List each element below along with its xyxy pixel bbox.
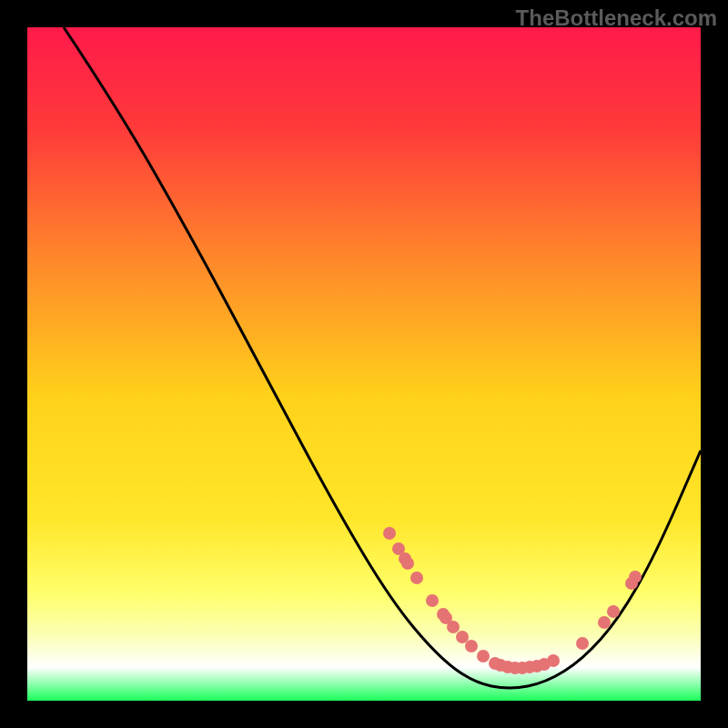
data-marker bbox=[383, 527, 396, 540]
data-marker bbox=[629, 571, 642, 583]
plot-area bbox=[27, 27, 701, 701]
data-marker bbox=[456, 631, 469, 643]
watermark-text: TheBottleneck.com bbox=[516, 5, 717, 31]
data-marker bbox=[477, 650, 490, 662]
data-marker bbox=[465, 640, 478, 652]
data-marker bbox=[410, 571, 423, 584]
chart-svg bbox=[27, 27, 701, 701]
data-marker bbox=[426, 594, 439, 607]
data-marker bbox=[607, 605, 620, 618]
data-marker bbox=[598, 616, 611, 629]
data-marker bbox=[576, 637, 589, 650]
data-marker bbox=[547, 654, 560, 667]
data-marker bbox=[447, 621, 460, 633]
data-marker bbox=[401, 557, 414, 570]
